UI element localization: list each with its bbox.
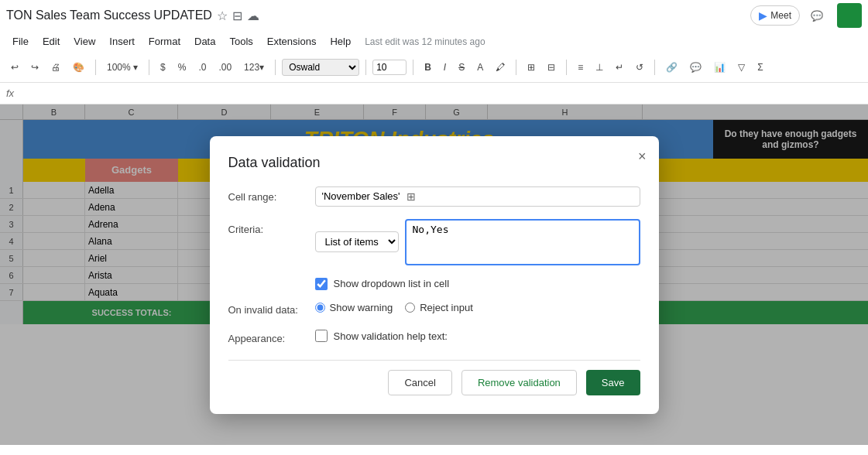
cell-range-row: Cell range: 'November Sales' ⊞ <box>228 186 640 207</box>
comment-button[interactable]: 💬 <box>685 60 706 74</box>
toolbar-sep-8 <box>654 60 655 75</box>
appearance-checkbox-row: Show validation help text: <box>315 330 448 342</box>
currency-button[interactable]: $ <box>156 60 170 74</box>
criteria-label: Criteria: <box>228 219 306 235</box>
fx-label: fx <box>6 87 14 99</box>
criteria-row: Criteria: List of items No,Yes <box>228 219 640 265</box>
criteria-control: List of items No,Yes <box>315 219 640 265</box>
sheet-container: B C D E F G H TRITON Industries Do they … <box>0 104 868 445</box>
text-color-button[interactable]: A <box>472 60 488 74</box>
decimal-dec-button[interactable]: .0 <box>194 60 211 74</box>
bold-button[interactable]: B <box>420 60 436 74</box>
show-warning-option: Show warning <box>315 302 393 313</box>
show-dropdown-row: Show dropdown list in cell <box>315 278 640 290</box>
font-select[interactable]: Oswald <box>282 59 359 76</box>
highlight-button[interactable]: 🖍 <box>491 60 509 74</box>
paint-format-button[interactable]: 🎨 <box>68 60 89 74</box>
app-title: TON Sales Team Success UPDATED <box>6 9 212 22</box>
decimal-inc-button[interactable]: .00 <box>214 60 236 74</box>
toolbar-sep-4 <box>365 60 366 75</box>
meet-label: Meet <box>770 10 791 21</box>
show-help-checkbox[interactable] <box>315 330 328 342</box>
align-button[interactable]: ≡ <box>573 60 588 74</box>
menu-data[interactable]: Data <box>188 32 221 50</box>
green-indicator <box>837 3 862 28</box>
toolbar: ↩ ↪ 🖨 🎨 100% ▾ $ % .0 .00 123▾ Oswald B … <box>0 52 868 83</box>
on-invalid-label: On invalid data: <box>228 299 306 316</box>
show-warning-label: Show warning <box>330 302 393 313</box>
menu-tools[interactable]: Tools <box>223 32 259 50</box>
zoom-button[interactable]: 100% ▾ <box>102 60 142 74</box>
toolbar-sep-3 <box>275 60 276 75</box>
radio-options: Show warning Reject input <box>315 302 473 313</box>
toolbar-sep-2 <box>149 60 149 75</box>
save-button[interactable]: Save <box>586 370 640 395</box>
last-edit: Last edit was 12 minutes ago <box>365 36 485 47</box>
rotate-button[interactable]: ↺ <box>631 60 648 74</box>
function-button[interactable]: Σ <box>753 60 767 74</box>
meet-button[interactable]: ▶ Meet <box>750 5 800 26</box>
modal-close-button[interactable]: × <box>638 149 647 165</box>
chart-button[interactable]: 📊 <box>709 60 730 74</box>
merge-button[interactable]: ⊟ <box>543 60 560 74</box>
show-dropdown-label: Show dropdown list in cell <box>334 278 450 289</box>
print-button[interactable]: 🖨 <box>46 60 65 74</box>
cloud-icon[interactable]: ☁ <box>247 9 259 23</box>
modal-overlay: Data validation × Cell range: 'November … <box>0 104 868 445</box>
formula-input[interactable] <box>20 87 862 99</box>
remove-validation-button[interactable]: Remove validation <box>461 370 577 395</box>
reject-input-label: Reject input <box>420 302 473 313</box>
cell-range-box[interactable]: 'November Sales' ⊞ <box>315 186 640 207</box>
filter-button[interactable]: ▽ <box>733 60 750 74</box>
star-icon[interactable]: ☆ <box>217 9 228 23</box>
comment-icon[interactable]: 💬 <box>805 7 829 25</box>
show-warning-radio[interactable] <box>315 303 325 313</box>
menu-format[interactable]: Format <box>142 32 187 50</box>
drive-icon[interactable]: ⊟ <box>232 9 242 23</box>
valign-button[interactable]: ⊥ <box>591 60 608 74</box>
toolbar-sep-7 <box>566 60 567 75</box>
reject-input-radio[interactable] <box>405 303 415 313</box>
cell-range-value: 'November Sales' <box>322 190 400 202</box>
menu-help[interactable]: Help <box>324 32 357 50</box>
menu-extensions[interactable]: Extensions <box>261 32 323 50</box>
cell-range-control: 'November Sales' ⊞ <box>315 186 640 207</box>
font-size-input[interactable] <box>372 60 407 75</box>
appearance-label: Appearance: <box>228 328 306 344</box>
menu-edit[interactable]: Edit <box>36 32 66 50</box>
criteria-type-select[interactable]: List of items <box>315 231 399 252</box>
cancel-button[interactable]: Cancel <box>388 370 451 395</box>
cell-range-label: Cell range: <box>228 186 306 203</box>
show-dropdown-checkbox[interactable] <box>315 278 328 290</box>
menu-view[interactable]: View <box>67 32 101 50</box>
borders-button[interactable]: ⊞ <box>523 60 540 74</box>
redo-button[interactable]: ↪ <box>26 60 43 74</box>
italic-button[interactable]: I <box>439 60 451 74</box>
top-bar: TON Sales Team Success UPDATED ☆ ⊟ ☁ ▶ M… <box>0 0 868 31</box>
strikethrough-button[interactable]: S <box>454 60 469 74</box>
wrap-button[interactable]: ↵ <box>611 60 628 74</box>
grid-icon: ⊞ <box>407 190 416 203</box>
on-invalid-row: On invalid data: Show warning Reject inp… <box>228 299 640 316</box>
menu-insert[interactable]: Insert <box>103 32 141 50</box>
modal-footer: Cancel Remove validation Save <box>228 360 640 395</box>
toolbar-sep-1 <box>95 60 96 75</box>
modal-title: Data validation <box>228 155 640 171</box>
link-button[interactable]: 🔗 <box>661 60 682 74</box>
criteria-value-input[interactable]: No,Yes <box>405 219 640 265</box>
formula-bar: fx <box>0 83 868 104</box>
appearance-row: Appearance: Show validation help text: <box>228 328 640 344</box>
data-validation-dialog: Data validation × Cell range: 'November … <box>210 136 659 414</box>
toolbar-sep-6 <box>516 60 516 75</box>
toolbar-sep-5 <box>413 60 413 75</box>
format-number-button[interactable]: 123▾ <box>239 60 269 74</box>
menu-file[interactable]: File <box>6 32 35 50</box>
percent-button[interactable]: % <box>173 60 191 74</box>
meet-icon: ▶ <box>759 9 767 22</box>
criteria-inputs: List of items No,Yes <box>315 219 640 265</box>
menu-bar: File Edit View Insert Format Data Tools … <box>0 31 868 52</box>
undo-button[interactable]: ↩ <box>6 60 23 74</box>
show-help-label: Show validation help text: <box>334 330 448 342</box>
reject-input-option: Reject input <box>405 302 473 313</box>
